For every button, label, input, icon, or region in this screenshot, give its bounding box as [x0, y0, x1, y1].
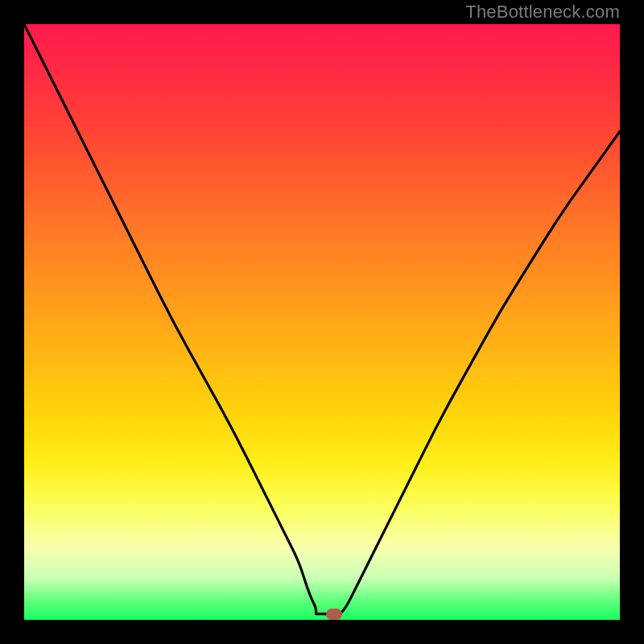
- min-marker: [326, 609, 342, 620]
- chart-frame: TheBottleneck.com: [0, 0, 644, 644]
- watermark-text: TheBottleneck.com: [465, 2, 620, 23]
- plot-area: [24, 24, 620, 620]
- bottleneck-curve-path: [24, 24, 620, 614]
- curve-svg: [24, 24, 620, 620]
